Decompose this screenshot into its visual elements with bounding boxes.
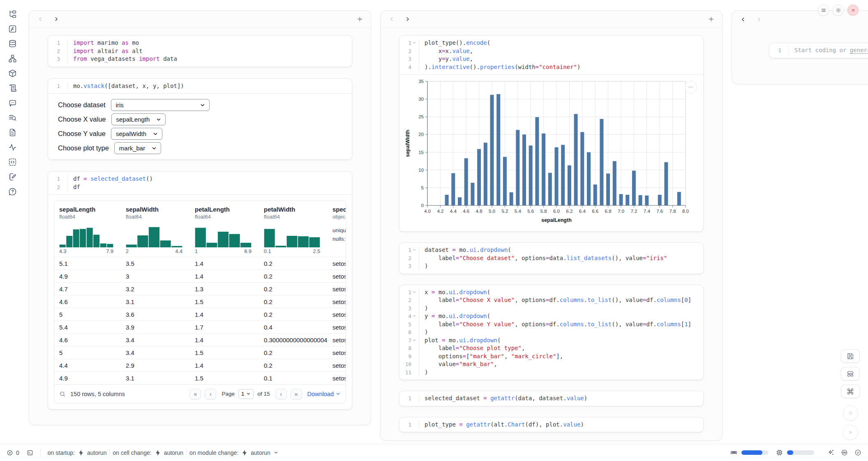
documentation-icon[interactable] [3, 125, 21, 140]
line-number: 11 [405, 369, 411, 377]
menu-button[interactable] [818, 5, 829, 16]
code-line: 2import altair as alt [48, 47, 347, 55]
table-cell: 4.7 [54, 286, 121, 293]
table-search-button[interactable] [59, 391, 66, 397]
notebook-column-left: 1import marimo as mo2import altair as al… [29, 10, 371, 425]
code-editor[interactable]: 1x = mo.ui.dropdown(2 label="Choose X va… [399, 285, 703, 380]
table-cell: setos [328, 273, 346, 280]
errors-indicator[interactable]: 0 [7, 449, 19, 456]
column-back-button[interactable] [738, 14, 748, 25]
svg-text:8.0: 8.0 [682, 209, 689, 214]
table-cell: 1.5 [190, 298, 259, 305]
line-number: 1 [408, 394, 411, 403]
chat-icon[interactable] [3, 95, 21, 110]
choose-x-value-select[interactable]: sepalLength [111, 113, 166, 125]
choose-plot-type-select[interactable]: mark_bar [114, 142, 161, 154]
column-back-button[interactable] [35, 14, 46, 25]
tracing-icon[interactable] [3, 140, 21, 154]
code-line: 4y = mo.ui.dropdown( [399, 312, 698, 320]
fold-chevron-icon[interactable] [412, 290, 417, 295]
table-cell: 3.1 [121, 298, 190, 305]
generate-with-ai-link[interactable]: generate [850, 47, 868, 53]
code-line: 1df = selected_dataset() [48, 175, 347, 183]
column-forward-button[interactable] [51, 14, 61, 25]
page-label: Page [222, 391, 235, 397]
table-row: 4.73.21.30.2setos [54, 282, 346, 295]
add-cell-button[interactable] [354, 14, 365, 25]
snippets-icon[interactable] [3, 154, 21, 169]
choose-dataset-select[interactable]: iris [111, 99, 210, 111]
code-editor[interactable]: 1plot_type = getattr(alt.Chart(df), plot… [399, 417, 703, 432]
column-histogram [264, 224, 320, 247]
code-editor[interactable]: 1 Start coding or generate with [769, 43, 868, 58]
table-cell: setos [328, 286, 346, 293]
table-cell: 0.2 [259, 298, 328, 305]
table-cell: 0.30000000000000004 [259, 337, 328, 343]
file-explorer-icon[interactable] [3, 7, 21, 21]
add-cell-button[interactable] [706, 14, 716, 25]
code-editor[interactable]: 1plot_type().encode(2 x=x.value,3 y=y.va… [399, 36, 703, 74]
column-header-petalWidth: petalWidthfloat640.12.5 [259, 206, 328, 254]
table-cell: 1.7 [190, 324, 259, 331]
line-number: 1 [57, 39, 60, 47]
fold-chevron-icon[interactable] [412, 248, 417, 252]
line-number: 2 [408, 296, 411, 304]
svg-text:6.2: 6.2 [566, 209, 573, 214]
code-editor[interactable]: 1df = selected_dataset()2df [48, 172, 352, 194]
prev-page-button[interactable]: ‹ [205, 389, 216, 399]
control-row: Choose plot typemark_bar [58, 141, 342, 155]
run-config-on-cell-change[interactable]: on cell change:autorun [113, 449, 183, 456]
ai-sparkles-button[interactable] [827, 449, 834, 456]
last-page-button[interactable]: » [291, 389, 302, 399]
packages-icon[interactable] [3, 66, 21, 81]
save-button[interactable] [841, 349, 860, 363]
table-cell: 4.9 [54, 273, 121, 280]
run-button[interactable] [843, 425, 858, 440]
control-row: Choose datasetiris [58, 98, 342, 112]
scripts-icon[interactable] [3, 81, 21, 95]
command-palette-button[interactable]: ⌘ [841, 385, 860, 398]
fold-chevron-icon[interactable] [412, 338, 417, 343]
scratchpad-icon[interactable] [3, 169, 21, 184]
column-back-button[interactable] [386, 14, 397, 25]
code-editor[interactable]: 1dataset = mo.ui.dropdown(2 label="Choos… [399, 243, 703, 274]
code-editor[interactable]: 1import marimo as mo2import altair as al… [48, 36, 352, 67]
bar-chart[interactable]: 4.04.24.44.64.85.05.25.45.65.86.06.26.46… [403, 75, 700, 231]
logs-icon[interactable] [3, 110, 21, 125]
download-button[interactable]: Download [307, 391, 341, 397]
close-panel-button[interactable] [847, 5, 859, 16]
control-label: Choose Y value [58, 130, 106, 138]
chart-menu-button[interactable] [685, 81, 697, 93]
choose-y-value-select[interactable]: sepalWidth [111, 128, 162, 140]
line-number: 6 [408, 328, 411, 337]
next-page-button[interactable]: › [275, 389, 287, 399]
connection-check-button[interactable] [854, 449, 861, 456]
dependency-graph-icon[interactable] [3, 51, 21, 66]
copilot-button[interactable] [841, 449, 848, 456]
svg-text:sepalLength: sepalLength [541, 217, 572, 223]
page-select[interactable]: 1 [238, 389, 254, 399]
fold-chevron-icon[interactable] [412, 314, 417, 318]
table-cell: 0.2 [259, 260, 328, 267]
fold-chevron-icon[interactable] [412, 41, 417, 45]
datasources-icon[interactable] [3, 36, 21, 51]
control-label: Choose dataset [58, 101, 106, 109]
code-line: 3from vega_datasets import data [48, 55, 347, 63]
code-editor[interactable]: 1mo.vstack([dataset, x, y, plot]) [48, 79, 352, 94]
code-editor[interactable]: 1selected_dataset = getattr(data, datase… [399, 391, 703, 406]
layout-button[interactable] [841, 367, 860, 380]
column-forward-button[interactable] [753, 14, 764, 25]
svg-text:15: 15 [418, 150, 424, 155]
functions-icon[interactable] [3, 21, 21, 36]
stop-button[interactable] [843, 406, 858, 421]
code-line: 3) [399, 304, 698, 313]
column-forward-button[interactable] [402, 14, 413, 25]
column-header [381, 11, 722, 28]
svg-text:5.2: 5.2 [501, 209, 508, 214]
first-page-button[interactable]: « [189, 389, 201, 399]
run-config-on-startup[interactable]: on startup:autorun [48, 449, 107, 456]
terminal-button[interactable] [27, 449, 33, 456]
settings-gear-button[interactable] [833, 5, 844, 16]
help-icon[interactable] [3, 184, 21, 199]
run-config-on-module-change[interactable]: on module change:autorun [189, 449, 279, 456]
